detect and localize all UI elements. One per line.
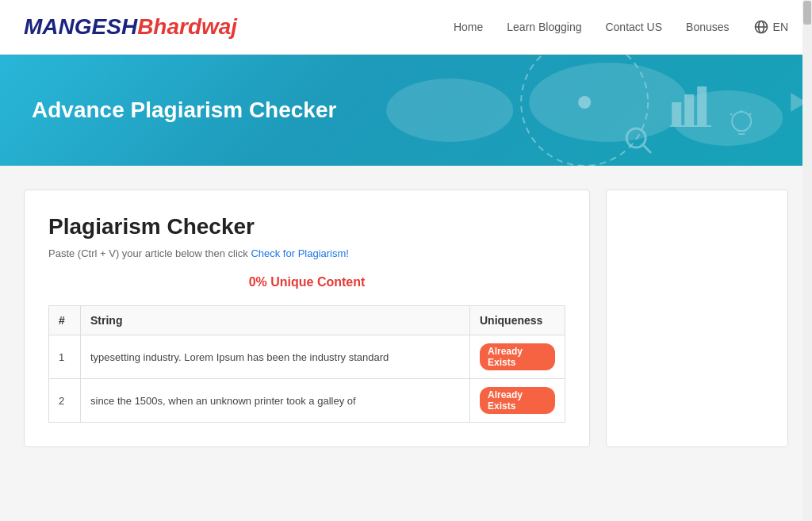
string-highlight2: the industry standard	[293, 351, 389, 363]
svg-line-16	[749, 113, 751, 115]
globe-icon	[753, 19, 769, 35]
unique-content-label: 0% Unique Content	[48, 275, 565, 289]
banner-decoration	[325, 55, 812, 166]
svg-point-3	[386, 79, 513, 142]
banner-title: Advance Plagiarism Checker	[32, 98, 336, 123]
string-highlight1: Lorem Ipsum	[184, 351, 244, 363]
right-panel	[606, 190, 788, 447]
logo-mangesh: MANGESH	[24, 14, 137, 39]
left-panel: Plagiarism Checker Paste (Ctrl + V) your…	[24, 190, 590, 447]
row-number: 2	[49, 379, 81, 423]
row-uniqueness: Already Exists	[470, 379, 565, 423]
col-header-uniqueness: Uniqueness	[470, 306, 565, 335]
checker-title: Plagiarism Checker	[48, 214, 565, 239]
svg-line-13	[642, 144, 650, 152]
string-highlight3: unknown printer	[210, 395, 284, 407]
string-plain2: has been	[244, 351, 293, 363]
svg-point-7	[578, 96, 591, 109]
svg-rect-9	[684, 94, 694, 126]
table-header-row: # String Uniqueness	[49, 306, 565, 335]
row-string: since the 1500s, when an unknown printer…	[81, 379, 470, 423]
string-plain1: typesetting industry.	[90, 351, 184, 363]
table-row: 2 since the 1500s, when an unknown print…	[49, 379, 565, 423]
nav-contact-us[interactable]: Contact US	[605, 21, 662, 33]
page-banner: Advance Plagiarism Checker	[0, 55, 812, 166]
nav-learn-blogging[interactable]: Learn Blogging	[507, 21, 581, 33]
svg-point-4	[529, 63, 688, 142]
string-plain3: since the 1500s, when an	[90, 395, 210, 407]
row-uniqueness: Already Exists	[470, 335, 565, 379]
row-number: 1	[49, 335, 81, 379]
row-string: typesetting industry. Lorem Ipsum has be…	[81, 335, 470, 379]
checker-subtitle: Paste (Ctrl + V) your article below then…	[48, 247, 565, 259]
svg-line-17	[730, 113, 732, 115]
nav-bonuses[interactable]: Bonuses	[686, 21, 729, 33]
table-row: 1 typesetting industry. Lorem Ipsum has …	[49, 335, 565, 379]
svg-rect-8	[672, 102, 681, 126]
svg-marker-18	[791, 93, 806, 112]
main-wrapper: Plagiarism Checker Paste (Ctrl + V) your…	[0, 166, 812, 471]
string-plain4: took a galley of	[284, 395, 356, 407]
svg-rect-10	[697, 86, 707, 126]
col-header-hash: #	[49, 306, 81, 335]
logo-bhardwaj: Bhardwaj	[137, 14, 237, 39]
main-nav: Home Learn Blogging Contact US Bonuses E…	[454, 19, 788, 35]
nav-home[interactable]: Home	[454, 21, 483, 33]
checker-link[interactable]: Check for Plagiarism!	[251, 247, 349, 259]
scrollbar-thumb[interactable]	[803, 1, 811, 25]
results-table: # String Uniqueness 1 typesetting indust…	[48, 305, 565, 423]
site-logo[interactable]: MANGESHBhardwaj	[24, 14, 237, 40]
language-label: EN	[773, 21, 788, 33]
site-header: MANGESHBhardwaj Home Learn Blogging Cont…	[0, 0, 812, 55]
status-badge: Already Exists	[480, 343, 555, 370]
status-badge: Already Exists	[480, 387, 555, 414]
col-header-string: String	[81, 306, 470, 335]
language-selector[interactable]: EN	[753, 19, 788, 35]
